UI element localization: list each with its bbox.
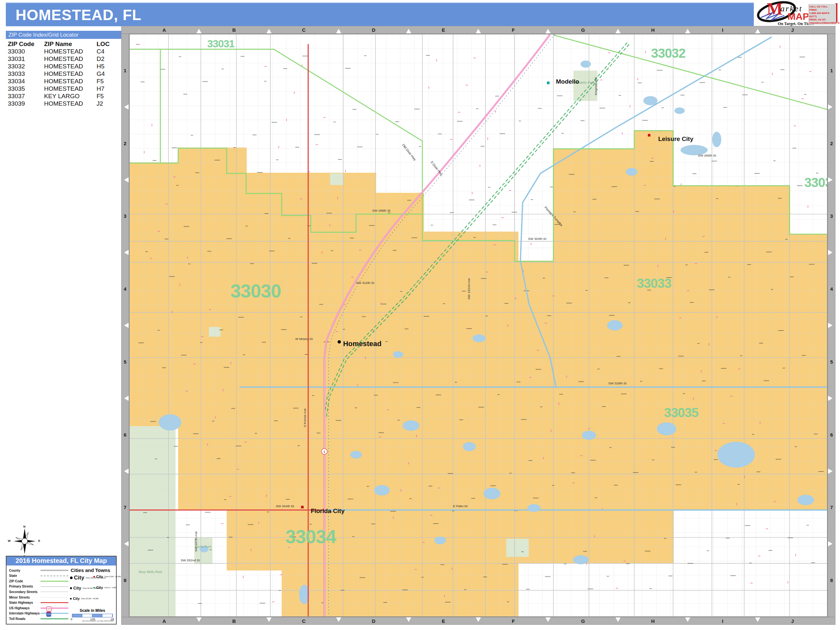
svg-text:SW 152nd Ave: SW 152nd Ave [467, 278, 471, 300]
grid-col-A: A [129, 617, 199, 624]
legend-fineprint: 2016 Homestead FL City Map 33030-33039 [82, 620, 114, 622]
grid-row-2: 2 [122, 107, 129, 180]
legend-item-state: State [9, 574, 74, 578]
grid-row-1: 1 [828, 34, 835, 107]
grid-row-8: 8 [122, 544, 129, 617]
grid-col-G: G [548, 617, 618, 624]
zip-index-table: ZIP CodeZIP NameLOC33030HOMESTEADC433031… [6, 40, 121, 107]
grid-row-6: 6 [828, 398, 835, 471]
svg-text:S Krome Ave: S Krome Ave [303, 408, 306, 427]
svg-text:33034: 33034 [286, 527, 336, 547]
legend-item-primary-streets: Primary Streets [9, 584, 74, 589]
zip-index-row: 33039HOMESTEADJ2 [6, 100, 121, 107]
zip-index-row: 33030HOMESTEADC4 [6, 47, 121, 55]
grid-bar-right: 12345678 [828, 34, 835, 617]
grid-col-I: I [688, 617, 757, 624]
svg-text:SW 328th St: SW 328th St [608, 381, 627, 385]
svg-text:33032: 33032 [651, 46, 685, 60]
zip-index-row: 33037KEY LARGOF5 [6, 92, 121, 100]
grid-col-B: B [199, 26, 268, 33]
grid-bar-bottom: ABCDEFGHIJ [121, 617, 835, 625]
svg-text:1: 1 [324, 450, 325, 453]
legend-item-county: County [9, 568, 74, 573]
grid-col-H: H [618, 26, 688, 33]
zip-index-header: ZIP Code Index/Grid Locator [6, 31, 121, 39]
svg-text:Leisure City: Leisure City [658, 136, 693, 142]
svg-text:SW 344th St: SW 344th St [276, 504, 294, 508]
svg-text:E Palm Dr: E Palm Dr [453, 504, 468, 508]
grid-row-4: 4 [122, 253, 129, 325]
grid-col-B: B [199, 617, 268, 624]
grid-row-2: 2 [828, 107, 835, 180]
grid-bar-left: 12345678 [121, 34, 129, 617]
zip-index-row: 33033HOMESTEADG4 [6, 70, 121, 77]
contact-box: CALL US TOLL FREE!1-888-434-MAPS (6277)E… [808, 4, 836, 25]
grid-col-E: E [409, 617, 478, 624]
page-title: HOMESTEAD, FL [16, 6, 142, 24]
legend-title: 2016 Homestead, FL City Map [6, 556, 116, 565]
cities-towns-title: Cities and Towns [65, 567, 116, 573]
legend-item-secondary-streets: Secondary Streets [9, 589, 74, 594]
city-class: CityCities 25,000 - 49,999 [70, 597, 98, 600]
grid-col-C: C [269, 617, 339, 624]
grid-col-F: F [478, 26, 548, 33]
grid-row-7: 7 [122, 471, 129, 544]
grid-row-3: 3 [122, 180, 129, 253]
svg-text:SW 296th St: SW 296th St [698, 154, 716, 157]
grid-row-6: 6 [122, 398, 129, 471]
legend-item-minor-streets: Minor Streets [9, 595, 74, 600]
svg-text:33035: 33035 [664, 406, 699, 420]
compass-e: E [38, 539, 40, 543]
compass-n: N [23, 525, 25, 528]
page: HOMESTEAD, FL M arket MAPS On Target. On… [0, 0, 840, 630]
svg-text:SW 304th St: SW 304th St [528, 237, 546, 240]
grid-col-A: A [129, 26, 199, 33]
svg-text:Modello: Modello [556, 78, 579, 85]
svg-text:Navy Wells Park: Navy Wells Park [138, 570, 163, 574]
map-canvas: 1 33031330323303933030330333303533034 Mo… [129, 34, 828, 617]
grid-col-H: H [618, 617, 688, 624]
svg-text:33030: 33030 [231, 281, 281, 302]
city-map: 1 33031330323303933030330333303533034 Mo… [129, 34, 827, 616]
zip-index-row: 33032HOMESTEADH5 [6, 63, 121, 70]
grid-row-5: 5 [828, 325, 835, 398]
svg-text:SW 187th Ave: SW 187th Ave [194, 531, 198, 551]
zip-index-row: 33031HOMESTEADD2 [6, 55, 121, 63]
svg-text:SW 252nd St: SW 252nd St [181, 558, 200, 562]
svg-text:Florida City: Florida City [311, 507, 345, 514]
legend-item-zip-code: ZIP Code [9, 579, 74, 583]
grid-col-C: C [269, 26, 339, 33]
grid-col-D: D [339, 617, 408, 624]
grid-row-3: 3 [828, 180, 835, 253]
scale-bar [72, 614, 113, 617]
zip-index-row: 33035HOMESTEADH7 [6, 85, 121, 92]
scale-title: Scale in Miles [68, 608, 117, 613]
grid-col-J: J [758, 617, 827, 624]
legend-item-state-highways: State Highways [9, 600, 74, 605]
compass-w: W [8, 539, 11, 543]
svg-text:Kingman Rd: Kingman Rd [594, 77, 598, 95]
title-bar: HOMESTEAD, FL [6, 3, 754, 26]
grid-col-E: E [409, 26, 478, 33]
legend-item-interstate-highways: Interstate Highways123 [9, 611, 74, 616]
grid-col-J: J [758, 26, 827, 33]
grid-col-G: G [548, 26, 618, 33]
svg-text:W Mowry Dr: W Mowry Dr [295, 337, 313, 341]
grid-row-4: 4 [828, 253, 835, 325]
svg-text:SW 312th St: SW 312th St [356, 281, 374, 284]
legend-item-us-highways: US Highways123 [9, 606, 74, 610]
svg-text:Homestead: Homestead [343, 339, 381, 348]
us1-shield: 1 [322, 448, 327, 454]
city-class: CityCities 5,000 - 24,999 [93, 575, 121, 578]
svg-text:33033: 33033 [637, 276, 671, 291]
svg-text:33039: 33039 [804, 175, 827, 189]
legend-box: 2016 Homestead, FL City Map CountyStateZ… [6, 556, 117, 624]
grid-bar-top: ABCDEFGHIJ [121, 26, 835, 34]
grid-row-5: 5 [122, 325, 129, 398]
legend-item-toll-roads: Toll Roads [9, 616, 74, 621]
grid-row-7: 7 [828, 471, 835, 544]
compass-rose: N S W E [5, 526, 43, 557]
zip-index-row: 33034HOMESTEADF5 [6, 77, 121, 85]
city-class: CityCities 0 - 4,999 [93, 586, 116, 589]
grid-row-1: 1 [122, 34, 129, 107]
